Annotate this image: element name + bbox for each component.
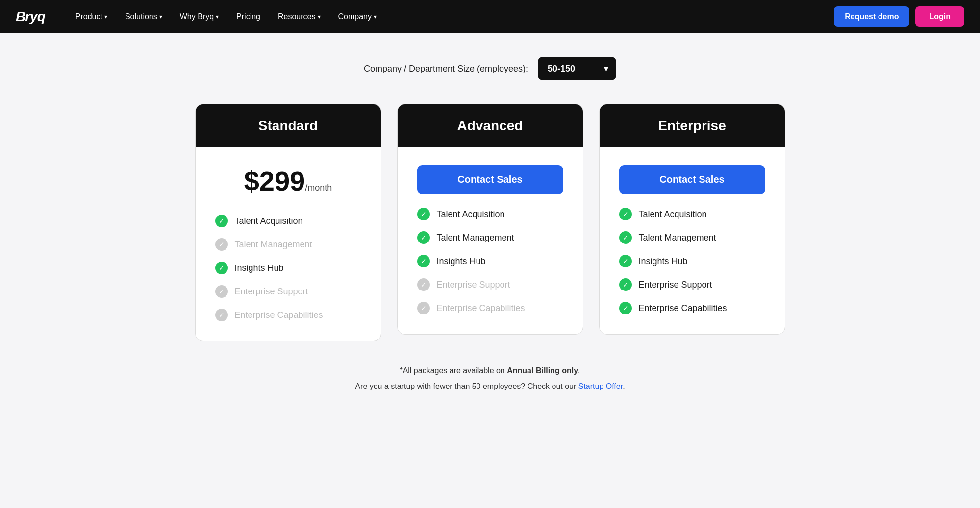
- list-item: ✓ Insights Hub: [215, 262, 361, 274]
- check-icon: ✓: [417, 231, 430, 244]
- advanced-contact-sales-button[interactable]: Contact Sales: [417, 165, 563, 194]
- advanced-features: ✓ Talent Acquisition ✓ Talent Management…: [417, 208, 563, 314]
- nav-whybryq[interactable]: Why Bryq ▾: [173, 8, 226, 25]
- check-icon: ✓: [215, 215, 228, 227]
- check-icon: ✓: [417, 255, 430, 267]
- check-icon: ✓: [215, 238, 228, 251]
- standard-features: ✓ Talent Acquisition ✓ Talent Management…: [215, 215, 361, 321]
- enterprise-card-header: Enterprise: [600, 104, 785, 147]
- standard-card: Standard $299/month ✓ Talent Acquisition…: [195, 104, 381, 341]
- check-icon: ✓: [215, 285, 228, 298]
- nav-links: Product ▾ Solutions ▾ Why Bryq ▾ Pricing…: [69, 8, 834, 25]
- check-icon: ✓: [619, 278, 632, 291]
- chevron-down-icon: ▾: [216, 13, 219, 20]
- check-icon: ✓: [215, 262, 228, 274]
- request-demo-button[interactable]: Request demo: [834, 6, 909, 27]
- list-item: ✓ Enterprise Capabilities: [417, 302, 563, 314]
- list-item: ✓ Talent Acquisition: [619, 208, 765, 220]
- enterprise-features: ✓ Talent Acquisition ✓ Talent Management…: [619, 208, 765, 314]
- main-content: Company / Department Size (employees): 1…: [0, 33, 980, 424]
- size-selector-row: Company / Department Size (employees): 1…: [364, 57, 616, 80]
- chevron-down-icon: ▾: [159, 13, 162, 20]
- login-button[interactable]: Login: [915, 6, 964, 27]
- size-selector-label: Company / Department Size (employees):: [364, 64, 528, 74]
- standard-card-body: $299/month ✓ Talent Acquisition ✓ Talent…: [196, 147, 381, 341]
- advanced-card-header: Advanced: [398, 104, 583, 147]
- list-item: ✓ Talent Management: [417, 231, 563, 244]
- logo[interactable]: Bryq: [16, 9, 45, 24]
- startup-offer-link[interactable]: Startup Offer: [578, 382, 623, 390]
- list-item: ✓ Insights Hub: [619, 255, 765, 267]
- nav-pricing[interactable]: Pricing: [229, 8, 267, 25]
- list-item: ✓ Enterprise Support: [417, 278, 563, 291]
- list-item: ✓ Enterprise Capabilities: [215, 309, 361, 321]
- check-icon: ✓: [215, 309, 228, 321]
- list-item: ✓ Talent Management: [619, 231, 765, 244]
- standard-price: $299/month: [215, 165, 361, 197]
- list-item: ✓ Insights Hub: [417, 255, 563, 267]
- list-item: ✓ Talent Management: [215, 238, 361, 251]
- list-item: ✓ Enterprise Support: [215, 285, 361, 298]
- nav-actions: Request demo Login: [834, 6, 964, 27]
- pricing-cards: Standard $299/month ✓ Talent Acquisition…: [157, 104, 824, 341]
- chevron-down-icon: ▾: [374, 13, 377, 20]
- advanced-card-body: Contact Sales ✓ Talent Acquisition ✓ Tal…: [398, 147, 583, 334]
- nav-product[interactable]: Product ▾: [69, 8, 114, 25]
- check-icon: ✓: [417, 208, 430, 220]
- size-select-wrapper: 1-10 11-50 50-150 151-500 500+ ▾: [538, 57, 616, 80]
- enterprise-contact-sales-button[interactable]: Contact Sales: [619, 165, 765, 194]
- check-icon: ✓: [619, 231, 632, 244]
- list-item: ✓ Enterprise Support: [619, 278, 765, 291]
- check-icon: ✓: [619, 302, 632, 314]
- check-icon: ✓: [619, 208, 632, 220]
- nav-resources[interactable]: Resources ▾: [271, 8, 327, 25]
- nav-solutions[interactable]: Solutions ▾: [118, 8, 169, 25]
- nav-company[interactable]: Company ▾: [331, 8, 383, 25]
- standard-card-header: Standard: [196, 104, 381, 147]
- advanced-card: Advanced Contact Sales ✓ Talent Acquisit…: [397, 104, 583, 335]
- check-icon: ✓: [417, 302, 430, 314]
- enterprise-card: Enterprise Contact Sales ✓ Talent Acquis…: [599, 104, 785, 335]
- check-icon: ✓: [417, 278, 430, 291]
- enterprise-card-body: Contact Sales ✓ Talent Acquisition ✓ Tal…: [600, 147, 785, 334]
- check-icon: ✓: [619, 255, 632, 267]
- list-item: ✓ Enterprise Capabilities: [619, 302, 765, 314]
- footer-note: *All packages are available on Annual Bi…: [355, 363, 625, 394]
- chevron-down-icon: ▾: [318, 13, 321, 20]
- size-select[interactable]: 1-10 11-50 50-150 151-500 500+: [538, 57, 616, 80]
- chevron-down-icon: ▾: [104, 13, 107, 20]
- list-item: ✓ Talent Acquisition: [215, 215, 361, 227]
- navbar: Bryq Product ▾ Solutions ▾ Why Bryq ▾ Pr…: [0, 0, 980, 33]
- list-item: ✓ Talent Acquisition: [417, 208, 563, 220]
